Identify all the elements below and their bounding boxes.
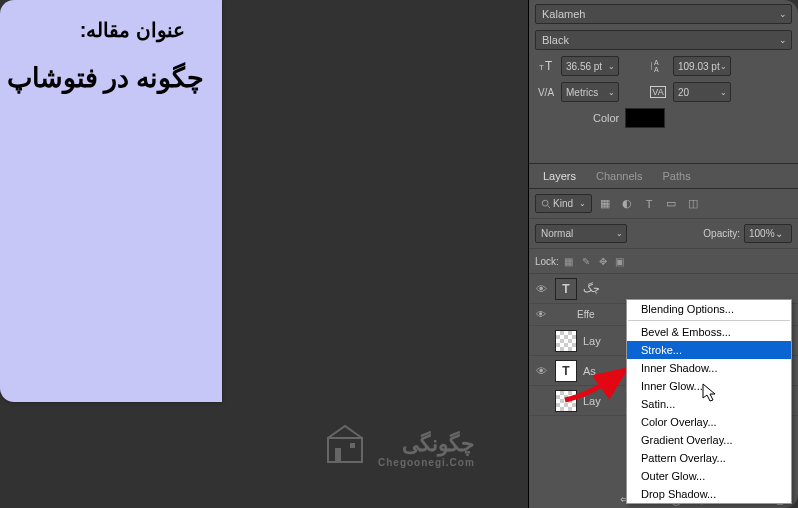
- layer-style-context-menu: Blending Options... Bevel & Emboss... St…: [626, 299, 792, 504]
- layer-filter-kind[interactable]: Kind ⌄: [535, 194, 592, 213]
- svg-rect-2: [335, 448, 341, 462]
- menu-color-overlay[interactable]: Color Overlay...: [627, 413, 791, 431]
- filter-type-icon[interactable]: T: [640, 195, 658, 213]
- svg-point-8: [542, 200, 548, 206]
- chevron-down-icon: ⌄: [779, 35, 787, 45]
- filter-adjust-icon[interactable]: ◐: [618, 195, 636, 213]
- svg-line-9: [548, 205, 551, 208]
- menu-outer-glow[interactable]: Outer Glow...: [627, 467, 791, 485]
- lock-artboard-icon[interactable]: ▣: [613, 254, 627, 268]
- search-icon: [541, 199, 551, 209]
- opacity-input[interactable]: 100%⌄: [744, 224, 792, 243]
- lock-label: Lock:: [535, 256, 559, 267]
- chevron-down-icon: ⌄: [608, 62, 615, 71]
- chevron-down-icon: ⌄: [579, 199, 586, 208]
- menu-drop-shadow[interactable]: Drop Shadow...: [627, 485, 791, 503]
- layer-thumb-icon: [555, 330, 577, 352]
- visibility-icon[interactable]: 👁: [533, 283, 549, 295]
- leading-icon: AA: [647, 56, 669, 76]
- menu-stroke[interactable]: Stroke...: [627, 341, 791, 359]
- menu-pattern-overlay[interactable]: Pattern Overlay...: [627, 449, 791, 467]
- svg-rect-1: [350, 443, 355, 448]
- layer-thumb-icon: [555, 390, 577, 412]
- font-size-input[interactable]: 36.56 pt⌄: [561, 56, 619, 76]
- tab-paths[interactable]: Paths: [655, 164, 699, 188]
- font-size-icon: TT: [535, 56, 557, 76]
- svg-text:A: A: [654, 66, 659, 73]
- lock-transparent-icon[interactable]: ▦: [562, 254, 576, 268]
- visibility-icon[interactable]: 👁: [533, 365, 549, 377]
- opacity-label: Opacity:: [703, 228, 740, 239]
- lock-pixels-icon[interactable]: ✎: [579, 254, 593, 268]
- visibility-icon[interactable]: 👁: [533, 309, 549, 320]
- doc-body: چگونه در فتوشاپ دو: [0, 62, 204, 94]
- color-label: Color: [593, 112, 619, 124]
- chevron-down-icon: ⌄: [779, 9, 787, 19]
- font-family-select[interactable]: Kalameh⌄: [535, 4, 792, 24]
- layer-thumb-type-icon: T: [555, 278, 577, 300]
- svg-rect-0: [328, 438, 362, 462]
- blend-mode-select[interactable]: Normal⌄: [535, 224, 627, 243]
- chevron-down-icon: ⌄: [775, 228, 783, 239]
- lock-position-icon[interactable]: ✥: [596, 254, 610, 268]
- menu-blending-options[interactable]: Blending Options...: [627, 300, 791, 318]
- menu-bevel-emboss[interactable]: Bevel & Emboss...: [627, 323, 791, 341]
- svg-text:T: T: [539, 63, 544, 72]
- menu-inner-shadow[interactable]: Inner Shadow...: [627, 359, 791, 377]
- font-style-select[interactable]: Black⌄: [535, 30, 792, 50]
- menu-satin[interactable]: Satin...: [627, 395, 791, 413]
- filter-smart-icon[interactable]: ◫: [684, 195, 702, 213]
- color-swatch[interactable]: [625, 108, 665, 128]
- svg-text:A: A: [654, 59, 659, 66]
- tab-channels[interactable]: Channels: [588, 164, 650, 188]
- chevron-down-icon: ⌄: [616, 229, 623, 238]
- kerning-icon: V/A: [535, 82, 557, 102]
- watermark: چگونگی Chegoonegi.Com: [320, 418, 475, 468]
- panel-divider: [529, 130, 798, 164]
- chevron-down-icon: ⌄: [608, 88, 615, 97]
- filter-pixels-icon[interactable]: ▦: [596, 195, 614, 213]
- kerning-input[interactable]: Metrics⌄: [561, 82, 619, 102]
- watermark-logo: [320, 418, 370, 468]
- menu-separator: [628, 320, 790, 321]
- canvas-area: عنوان مقاله: چگونه در فتوشاپ دو چگونگی C…: [0, 0, 528, 508]
- svg-text:T: T: [545, 59, 553, 73]
- filter-shape-icon[interactable]: ▭: [662, 195, 680, 213]
- chevron-down-icon: ⌄: [720, 62, 727, 71]
- leading-input[interactable]: 109.03 pt⌄: [673, 56, 731, 76]
- chevron-down-icon: ⌄: [720, 88, 727, 97]
- tracking-input[interactable]: 20⌄: [673, 82, 731, 102]
- tab-layers[interactable]: Layers: [535, 164, 584, 188]
- tracking-icon: VA: [647, 82, 669, 102]
- document: عنوان مقاله: چگونه در فتوشاپ دو: [0, 0, 222, 402]
- character-panel: Kalameh⌄ Black⌄ TT 36.56 pt⌄ AA 109.03 p…: [529, 0, 798, 130]
- doc-title: عنوان مقاله:: [0, 18, 185, 42]
- menu-inner-glow[interactable]: Inner Glow...: [627, 377, 791, 395]
- layer-thumb-type-icon: T: [555, 360, 577, 382]
- menu-gradient-overlay[interactable]: Gradient Overlay...: [627, 431, 791, 449]
